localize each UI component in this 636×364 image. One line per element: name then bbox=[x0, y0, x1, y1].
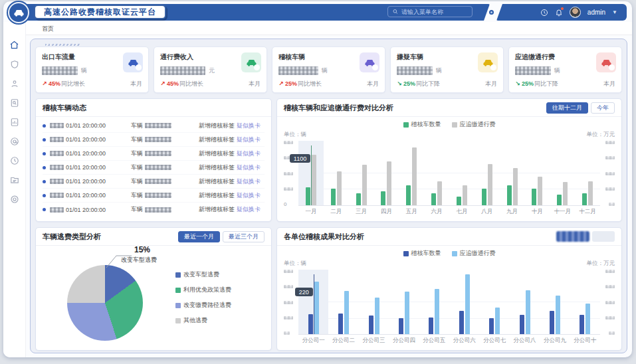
masked-date bbox=[50, 151, 64, 156]
masked-axis-tick bbox=[605, 156, 615, 159]
sidebar-item-clock[interactable] bbox=[10, 156, 19, 165]
sidebar-item-file-chart[interactable] bbox=[10, 118, 19, 127]
event-action: 新增稽核标签 bbox=[199, 136, 235, 144]
list-item[interactable]: 01/01 20:00:00车辆新增稽核标签疑似换卡 bbox=[43, 133, 265, 147]
event-action: 新增稽核标签 bbox=[199, 122, 235, 130]
list-item[interactable]: 01/01 20:00:00车辆新增稽核标签疑似换卡 bbox=[43, 203, 265, 217]
sidebar-item-at[interactable] bbox=[10, 137, 19, 146]
page-title: 高速公路收费稽核取证云平台 bbox=[34, 5, 166, 19]
legend-item[interactable]: 利用优免政策逃费 bbox=[175, 286, 231, 294]
bar-group[interactable] bbox=[359, 270, 389, 334]
pie-chart[interactable] bbox=[67, 265, 143, 341]
range-button-1month[interactable]: 最近一个月 bbox=[178, 231, 220, 242]
list-item[interactable]: 01/01 20:00:00车辆新增稽核标签疑似换卡 bbox=[43, 147, 265, 161]
stat-cards-row: 出口车流量+辆↗ 45%同比增长本月通行费收入✓元↗ 45%同比增长本月稽核车辆… bbox=[35, 46, 622, 93]
bar-group[interactable] bbox=[419, 270, 449, 334]
bar-group[interactable] bbox=[449, 270, 479, 334]
range-button-thisyear[interactable]: 今年 bbox=[591, 102, 615, 114]
event-tag-link[interactable]: 疑似换卡 bbox=[237, 122, 261, 130]
event-tag-link[interactable]: 疑似换卡 bbox=[237, 191, 261, 200]
masked-range-button[interactable] bbox=[592, 231, 615, 242]
event-tag-link[interactable]: 疑似换卡 bbox=[237, 163, 261, 172]
username[interactable]: admin bbox=[587, 9, 605, 16]
bar bbox=[369, 316, 373, 334]
range-button-3months[interactable]: 最近三个月 bbox=[223, 231, 265, 242]
bar bbox=[362, 165, 367, 205]
bar bbox=[488, 164, 492, 205]
period-label: 本月 bbox=[603, 80, 615, 88]
chart-legend: 稽核车数量应追缴通行费 bbox=[277, 120, 621, 129]
sidebar-item-settings[interactable] bbox=[10, 195, 19, 204]
list-item[interactable]: 01/01 20:00:00车辆新增稽核标签疑似换卡 bbox=[43, 119, 265, 133]
bar-group[interactable] bbox=[424, 141, 449, 205]
event-time: 01/01 20:00:00 bbox=[66, 192, 106, 199]
event-tag-link[interactable]: 疑似换卡 bbox=[237, 205, 261, 214]
bar-group[interactable] bbox=[540, 270, 570, 334]
bar-group[interactable] bbox=[550, 141, 575, 205]
masked-axis-tick bbox=[605, 301, 615, 304]
bullet-icon bbox=[43, 180, 46, 183]
x-axis-label: 六月 bbox=[424, 208, 449, 216]
period-label: 本月 bbox=[367, 80, 379, 88]
clock-icon[interactable] bbox=[540, 9, 548, 17]
bar-group[interactable] bbox=[373, 141, 399, 205]
bar-group[interactable]: 220 bbox=[298, 270, 328, 334]
bar-group[interactable] bbox=[324, 141, 349, 205]
bar-group[interactable] bbox=[479, 270, 509, 334]
bar-group[interactable] bbox=[570, 270, 600, 334]
bar bbox=[513, 168, 518, 205]
event-tag-link[interactable]: 疑似换卡 bbox=[237, 149, 261, 158]
legend-item[interactable]: 稽核车数量 bbox=[403, 249, 441, 258]
legend-item[interactable]: 改变车型逃费 bbox=[175, 270, 231, 279]
event-tag-link[interactable]: 疑似换卡 bbox=[237, 136, 261, 144]
bullet-icon bbox=[43, 194, 46, 197]
list-item[interactable]: 01/01 20:00:00车辆新增稽核标签疑似换卡 bbox=[43, 189, 265, 203]
sidebar-item-home[interactable] bbox=[9, 40, 19, 50]
bar bbox=[387, 161, 391, 205]
legend-item[interactable]: 应追缴通行费 bbox=[452, 249, 496, 258]
range-button-last12[interactable]: 往期十二月 bbox=[546, 102, 588, 114]
bar-group[interactable] bbox=[575, 141, 600, 205]
sidebar-item-file-search[interactable] bbox=[10, 98, 19, 108]
legend-item[interactable]: 稽核车数量 bbox=[403, 120, 441, 129]
masked-range-button-active[interactable] bbox=[556, 231, 589, 242]
chart-legend: 稽核车数量应追缴通行费 bbox=[277, 249, 621, 258]
bar-group[interactable] bbox=[328, 270, 358, 334]
bar-group[interactable]: 1100 bbox=[298, 141, 324, 205]
event-tag-link[interactable]: 疑似换卡 bbox=[237, 177, 261, 186]
bar bbox=[344, 291, 349, 334]
bar-group[interactable] bbox=[449, 141, 475, 205]
bar bbox=[312, 155, 316, 205]
legend-item[interactable]: 其他逃费 bbox=[175, 316, 231, 325]
breadcrumb[interactable]: 首页 bbox=[26, 22, 632, 35]
x-axis-label: 十一月 bbox=[550, 208, 575, 216]
bar-group[interactable] bbox=[510, 270, 540, 334]
bar bbox=[585, 304, 590, 334]
sidebar-item-report[interactable] bbox=[10, 175, 19, 185]
list-item[interactable]: 01/01 20:00:00车辆新增稽核标签疑似换卡 bbox=[43, 161, 265, 175]
legend-item[interactable]: 改变缴费路径逃费 bbox=[175, 301, 231, 310]
bar-group[interactable] bbox=[389, 270, 419, 334]
bell-icon[interactable] bbox=[555, 9, 563, 17]
bar-group[interactable] bbox=[500, 141, 525, 205]
masked-axis-tick bbox=[609, 331, 615, 335]
bar bbox=[495, 308, 500, 334]
car-search-icon: ¥ bbox=[360, 52, 379, 72]
x-axis-label: 分公司七 bbox=[479, 337, 509, 345]
chevron-down-icon[interactable]: ▼ bbox=[612, 9, 617, 15]
menu-search[interactable] bbox=[387, 6, 473, 17]
legend-item[interactable]: 应追缴通行费 bbox=[452, 120, 496, 129]
sidebar-item-user[interactable] bbox=[10, 79, 19, 88]
bar-group[interactable] bbox=[399, 141, 424, 205]
avatar[interactable] bbox=[570, 7, 581, 18]
search-input[interactable] bbox=[401, 9, 467, 15]
bar-group[interactable] bbox=[524, 141, 550, 205]
stat-card: 出口车流量+辆↗ 45%同比增长本月 bbox=[35, 46, 149, 93]
list-item[interactable]: 01/01 20:00:00车辆新增稽核标签疑似换卡 bbox=[43, 175, 265, 189]
bar-group[interactable] bbox=[475, 141, 500, 205]
bar bbox=[482, 189, 486, 205]
bar bbox=[463, 185, 467, 205]
bar bbox=[526, 290, 530, 335]
sidebar-item-shield[interactable] bbox=[10, 60, 19, 69]
bar-group[interactable] bbox=[349, 141, 374, 205]
